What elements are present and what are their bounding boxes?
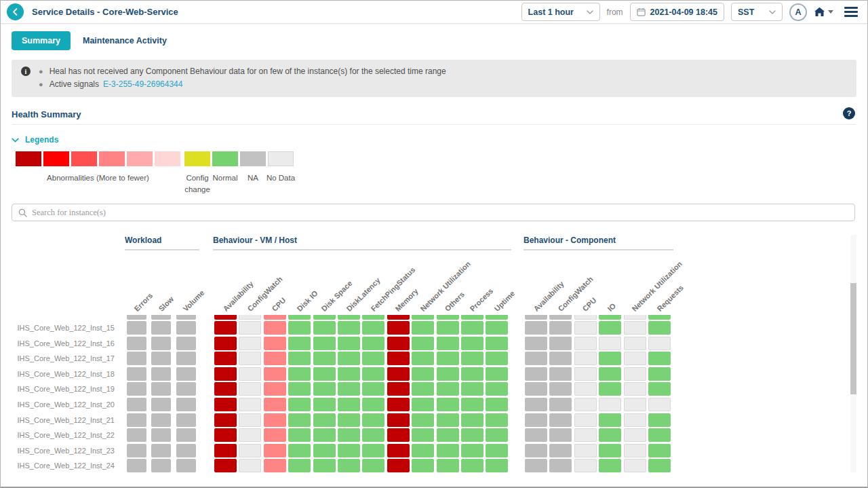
- heatmap-cell-abn_high[interactable]: [387, 428, 410, 442]
- heatmap-cell-normal[interactable]: [338, 428, 360, 442]
- heatmap-cell-normal[interactable]: [362, 367, 384, 381]
- heatmap-cell-abn_mid[interactable]: [264, 367, 286, 381]
- heatmap-cell-na[interactable]: [151, 367, 171, 381]
- heatmap-cell-normal[interactable]: [437, 459, 459, 472]
- heatmap-cell-nodata[interactable]: [239, 413, 261, 427]
- heatmap-cell-normal[interactable]: [461, 367, 484, 381]
- heatmap-cell-abn_high[interactable]: [387, 459, 410, 472]
- heatmap-cell-na[interactable]: [151, 315, 171, 320]
- heatmap-cell-normal[interactable]: [313, 337, 336, 350]
- heatmap-cell-na[interactable]: [127, 321, 146, 335]
- heatmap-cell-na[interactable]: [151, 444, 171, 457]
- heatmap-cell-nodata[interactable]: [624, 459, 646, 472]
- heatmap-cell-normal[interactable]: [461, 352, 484, 365]
- heatmap-cell-nodata[interactable]: [599, 398, 621, 411]
- heatmap-cell-nodata[interactable]: [624, 367, 646, 381]
- home-menu[interactable]: [814, 7, 833, 17]
- heatmap-cell-normal[interactable]: [648, 321, 671, 335]
- heatmap-cell-abn_high[interactable]: [214, 382, 237, 396]
- heatmap-cell-na[interactable]: [525, 321, 547, 335]
- heatmap-cell-normal[interactable]: [288, 459, 311, 472]
- heatmap-cell-na[interactable]: [549, 444, 572, 457]
- heatmap-cell-nodata[interactable]: [239, 321, 261, 335]
- heatmap-cell-normal[interactable]: [599, 321, 621, 335]
- heatmap-cell-abn_high[interactable]: [214, 352, 237, 365]
- heatmap-cell-nodata[interactable]: [599, 337, 621, 350]
- heatmap-cell-normal[interactable]: [648, 428, 671, 442]
- heatmap-cell-normal[interactable]: [461, 444, 484, 457]
- heatmap-cell-nodata[interactable]: [574, 382, 597, 396]
- heatmap-cell-abn_high[interactable]: [214, 459, 237, 472]
- heatmap-cell-nodata[interactable]: [239, 367, 261, 381]
- heatmap-cell-abn_mid[interactable]: [264, 459, 286, 472]
- heatmap-cell-normal[interactable]: [288, 382, 311, 396]
- heatmap-cell-nodata[interactable]: [239, 459, 261, 472]
- heatmap-cell-normal[interactable]: [338, 367, 360, 381]
- heatmap-cell-nodata[interactable]: [624, 444, 646, 457]
- heatmap-cell-abn_high[interactable]: [387, 352, 410, 365]
- heatmap-cell-normal[interactable]: [437, 398, 459, 411]
- heatmap-cell-na[interactable]: [549, 398, 572, 411]
- heatmap-cell-normal[interactable]: [412, 367, 434, 381]
- heatmap-cell-normal[interactable]: [288, 398, 311, 411]
- heatmap-cell-na[interactable]: [127, 337, 146, 350]
- heatmap-cell-abn_high[interactable]: [214, 337, 237, 350]
- heatmap-cell-na[interactable]: [127, 367, 146, 381]
- heatmap-cell-nodata[interactable]: [574, 321, 597, 335]
- heatmap-cell-na[interactable]: [549, 428, 572, 442]
- heatmap-cell-nodata[interactable]: [624, 428, 646, 442]
- heatmap-cell-normal[interactable]: [288, 367, 311, 381]
- heatmap-cell-nodata[interactable]: [574, 428, 597, 442]
- heatmap-cell-normal[interactable]: [461, 398, 484, 411]
- heatmap-cell-na[interactable]: [176, 367, 196, 381]
- heatmap-cell-nodata[interactable]: [624, 398, 646, 411]
- heatmap-cell-normal[interactable]: [437, 337, 459, 350]
- heatmap-cell-normal[interactable]: [313, 352, 336, 365]
- heatmap-cell-normal[interactable]: [313, 398, 336, 411]
- heatmap-cell-normal[interactable]: [437, 444, 459, 457]
- heatmap-cell-abn_high[interactable]: [387, 382, 410, 396]
- heatmap-cell-na[interactable]: [525, 337, 547, 350]
- heatmap-cell-normal[interactable]: [412, 337, 434, 350]
- heatmap-cell-normal[interactable]: [461, 337, 484, 350]
- heatmap-cell-na[interactable]: [127, 459, 146, 472]
- heatmap-cell-normal[interactable]: [338, 413, 360, 427]
- heatmap-cell-normal[interactable]: [599, 459, 621, 472]
- heatmap-cell-normal[interactable]: [288, 315, 311, 320]
- heatmap-cell-normal[interactable]: [313, 367, 336, 381]
- heatmap-cell-abn_high[interactable]: [387, 444, 410, 457]
- heatmap-cell-na[interactable]: [525, 352, 547, 365]
- heatmap-cell-normal[interactable]: [599, 352, 621, 365]
- heatmap-cell-normal[interactable]: [313, 321, 336, 335]
- heatmap-cell-nodata[interactable]: [624, 315, 646, 320]
- heatmap-cell-na[interactable]: [525, 444, 547, 457]
- search-input[interactable]: [32, 208, 848, 218]
- heatmap-cell-normal[interactable]: [412, 428, 434, 442]
- heatmap-cell-abn_mid[interactable]: [264, 352, 286, 365]
- heatmap-cell-na[interactable]: [127, 444, 146, 457]
- heatmap-cell-na[interactable]: [151, 352, 171, 365]
- heatmap-cell-na[interactable]: [525, 459, 547, 472]
- heatmap-cell-normal[interactable]: [486, 413, 508, 427]
- heatmap-cell-nodata[interactable]: [648, 337, 671, 350]
- heatmap-cell-normal[interactable]: [648, 413, 671, 427]
- heatmap-cell-na[interactable]: [525, 315, 547, 320]
- active-signal-link[interactable]: E-3-255-49-26964344: [103, 78, 182, 91]
- heatmap-cell-normal[interactable]: [338, 444, 360, 457]
- heatmap-cell-normal[interactable]: [412, 398, 434, 411]
- heatmap-cell-normal[interactable]: [362, 444, 384, 457]
- heatmap-cell-na[interactable]: [176, 382, 196, 396]
- heatmap-cell-normal[interactable]: [362, 315, 384, 320]
- heatmap-cell-nodata[interactable]: [624, 382, 646, 396]
- heatmap-cell-normal[interactable]: [437, 413, 459, 427]
- heatmap-cell-normal[interactable]: [599, 428, 621, 442]
- time-range-select[interactable]: Last 1 hour: [521, 3, 600, 21]
- heatmap-cell-na[interactable]: [549, 321, 572, 335]
- heatmap-cell-na[interactable]: [151, 337, 171, 350]
- heatmap-cell-normal[interactable]: [288, 444, 311, 457]
- heatmap-cell-na[interactable]: [549, 367, 572, 381]
- heatmap-cell-na[interactable]: [549, 315, 572, 320]
- heatmap-cell-na[interactable]: [127, 413, 146, 427]
- heatmap-cell-normal[interactable]: [313, 382, 336, 396]
- heatmap-cell-na[interactable]: [127, 352, 146, 365]
